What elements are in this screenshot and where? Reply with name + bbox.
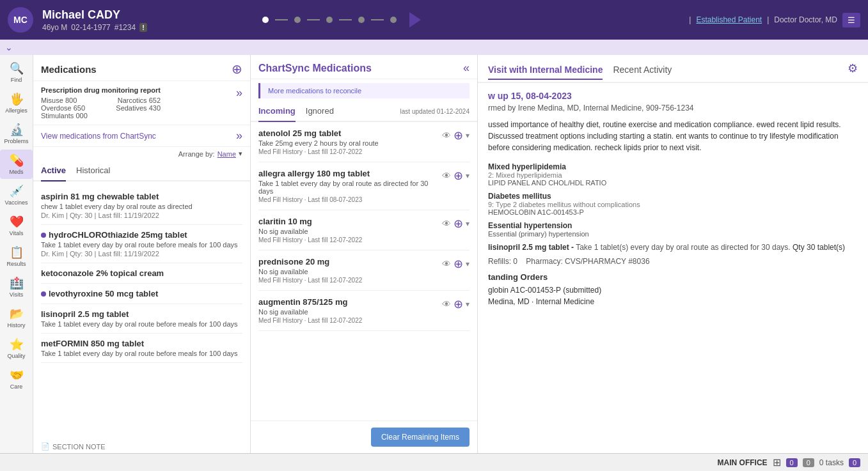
dx-name-hyperlipidemia: Mixed hyperlipidemia	[488, 162, 858, 171]
med-name-lisinopril: lisinopril 2.5 mg tablet	[41, 309, 242, 319]
cs-item-allegra: allegra allergy 180 mg tablet Take 1 tab…	[258, 162, 470, 210]
chartsync-expand-button[interactable]: »	[236, 129, 242, 143]
bottom-bar: MAIN OFFICE ⊞ 0 0 0 tasks 0	[0, 453, 868, 471]
sidebar-item-label-vaccines: Vaccines	[5, 199, 28, 206]
view-chartsync-link[interactable]: View medications from ChartSync	[41, 132, 156, 141]
cs-close-button[interactable]: «	[463, 61, 470, 75]
tab-historical[interactable]: Historical	[76, 163, 110, 181]
cs-add-allegra[interactable]: ⊕	[454, 169, 463, 183]
cs-item-meta-allegra: Med Fill History · Last fill 08-07-2023	[258, 196, 442, 203]
tab-recent-activity[interactable]: Recent Activity	[613, 65, 672, 80]
diagnosis-diabetes: Diabetes mellitus 9: Type 2 diabetes mel…	[488, 192, 858, 216]
med-order-details: Refills: 0 Pharmacy: CVS/PHARMACY #8036	[488, 257, 858, 266]
cs-item-info-atenolol: atenolol 25 mg tablet Take 25mg every 2 …	[258, 128, 442, 155]
mo-qty: Qty 30 tablet(s)	[793, 243, 845, 252]
top-header: MC Michael CADY 46yo M 02-14-1977 #1234 …	[0, 0, 868, 40]
grid-icon[interactable]: ⊞	[773, 456, 781, 468]
pdmp-narcotics: Narcotics 652	[118, 97, 161, 104]
settings-gear-icon[interactable]: ⚙	[848, 61, 858, 75]
avatar: MC	[8, 7, 33, 33]
section-note-text: SECTION NOTE	[52, 443, 106, 451]
cs-item-sig-prednisone: No sig available	[258, 268, 442, 275]
med-item-keto: ketoconazole 2% topical cream	[41, 263, 242, 284]
cs-add-prednisone[interactable]: ⊕	[454, 257, 463, 271]
cs-item-actions-atenolol: 👁 ⊕ ▾	[442, 128, 470, 143]
sidebar-item-label-quality: Quality	[7, 353, 25, 359]
med-item-levo: levothyroxine 50 mcg tablet	[41, 284, 242, 304]
cs-item-sig-atenolol: Take 25mg every 2 hours by oral route	[258, 139, 442, 147]
pdmp-row-2: Overdose 650 Sedatives 430	[41, 104, 161, 112]
stepper-line-2	[307, 19, 320, 20]
sidebar-item-find[interactable]: 🔍 Find	[0, 58, 33, 87]
med-name-hydro: hydroCHLOROthiazide 25mg tablet	[41, 230, 242, 240]
rp-content: w up 15, 08-04-2023 rmed by Irene Medina…	[478, 83, 868, 453]
cs-add-claritin[interactable]: ⊕	[454, 217, 463, 231]
pdmp-misuse: Misuse 800	[41, 97, 77, 104]
cs-add-atenolol[interactable]: ⊕	[454, 128, 463, 143]
sidebar-item-results[interactable]: 📋 Results	[0, 242, 33, 271]
visit-date: w up 15, 08-04-2023	[488, 91, 858, 101]
dot-hydro	[41, 233, 46, 238]
history-icon: 📂	[10, 307, 24, 321]
sidebar-item-history[interactable]: 📂 History	[0, 303, 33, 332]
cs-tab-ignored[interactable]: Ignored	[306, 102, 334, 122]
dx-name-htn: Essential hypertension	[488, 221, 858, 230]
clear-remaining-button[interactable]: Clear Remaining Items	[371, 428, 470, 447]
visit-stepper	[262, 12, 421, 27]
header-right: | Established Patient | Doctor Doctor, M…	[689, 13, 860, 27]
tab-active[interactable]: Active	[41, 163, 66, 181]
stepper-dot-2	[294, 17, 301, 23]
pdmp-overdose: Overdose 650	[41, 104, 85, 112]
cs-list: atenolol 25 mg tablet Take 25mg every 2 …	[251, 122, 477, 421]
established-patient-link[interactable]: Established Patient	[696, 15, 762, 24]
sidebar-item-allergies[interactable]: 🖐 Allergies	[0, 88, 33, 118]
cs-hide-allegra[interactable]: 👁	[442, 171, 451, 181]
sidebar-item-vaccines[interactable]: 💉 Vaccines	[0, 180, 33, 210]
cs-item-meta-prednisone: Med Fill History · Last fill 12-07-2022	[258, 277, 442, 284]
badge-2: 0	[803, 458, 814, 467]
cs-add-augmentin[interactable]: ⊕	[454, 297, 463, 311]
sub-collapse-bar[interactable]: ⌄	[0, 40, 868, 55]
sidebar-item-vitals[interactable]: ❤️ Vitals	[0, 211, 33, 240]
meds-tabs: Active Historical	[33, 160, 250, 181]
cs-tab-incoming[interactable]: Incoming	[258, 102, 296, 122]
results-icon: 📋	[10, 245, 24, 259]
cs-hide-claritin[interactable]: 👁	[442, 219, 451, 229]
cs-item-claritin: claritin 10 mg No sig available Med Fill…	[258, 210, 470, 251]
pdmp-expand-button[interactable]: »	[236, 86, 242, 100]
cs-item-augmentin: augmentin 875/125 mg No sig available Me…	[258, 291, 470, 331]
stepper-dot-1	[262, 17, 269, 23]
sidebar-item-label-history: History	[7, 322, 25, 328]
sidebar-item-label-results: Results	[6, 261, 26, 267]
sidebar-item-visits[interactable]: 🏥 Visits	[0, 272, 33, 302]
stepper-arrow	[409, 12, 421, 27]
stepper-line-4	[371, 19, 384, 20]
cs-item-sig-claritin: No sig available	[258, 228, 442, 235]
cs-hide-atenolol[interactable]: 👁	[442, 130, 451, 141]
cs-hide-augmentin[interactable]: 👁	[442, 299, 451, 309]
med-order: lisinopril 2.5 mg tablet - Take 1 tablet…	[488, 243, 858, 252]
cs-item-name-atenolol: atenolol 25 mg tablet	[258, 128, 442, 138]
separator: |	[689, 15, 691, 24]
meds-list: aspirin 81 mg chewable tablet chew 1 tab…	[33, 181, 250, 440]
standing-orders: tanding Orders globin A1C-001453-P (subm…	[488, 272, 858, 306]
arrange-name-link[interactable]: Name	[217, 150, 236, 158]
tab-visit-internal-medicine[interactable]: Visit with Internal Medicine	[488, 65, 603, 80]
sidebar-item-label-find: Find	[11, 77, 22, 83]
mo-name: lisinopril 2.5 mg tablet -	[488, 243, 574, 252]
cs-item-actions-claritin: 👁 ⊕ ▾	[442, 217, 470, 231]
sidebar-item-problems[interactable]: 🔬 Problems	[0, 119, 33, 148]
med-name-levo-text: levothyroxine 50 mcg tablet	[49, 289, 158, 298]
med-name-levo: levothyroxine 50 mcg tablet	[41, 289, 242, 298]
visit-notes: ussed importance of healthy diet, routin…	[488, 119, 858, 153]
sidebar-item-meds[interactable]: 💊 Meds	[0, 150, 33, 179]
visit-provider: rmed by Irene Medina, MD, Internal Medic…	[488, 104, 858, 112]
diagnosis-htn: Essential hypertension Essential (primar…	[488, 221, 858, 238]
sidebar-item-care[interactable]: 🤝 Care	[0, 364, 33, 394]
header-menu-button[interactable]: ☰	[842, 13, 860, 27]
cs-chevron-claritin: ▾	[466, 219, 470, 228]
add-medication-button[interactable]: ⊕	[232, 61, 242, 77]
cs-hide-prednisone[interactable]: 👁	[442, 259, 451, 269]
cs-item-sig-allegra: Take 1 tablet every day by oral route as…	[258, 180, 442, 195]
sidebar-item-quality[interactable]: ⭐ Quality	[0, 334, 33, 363]
